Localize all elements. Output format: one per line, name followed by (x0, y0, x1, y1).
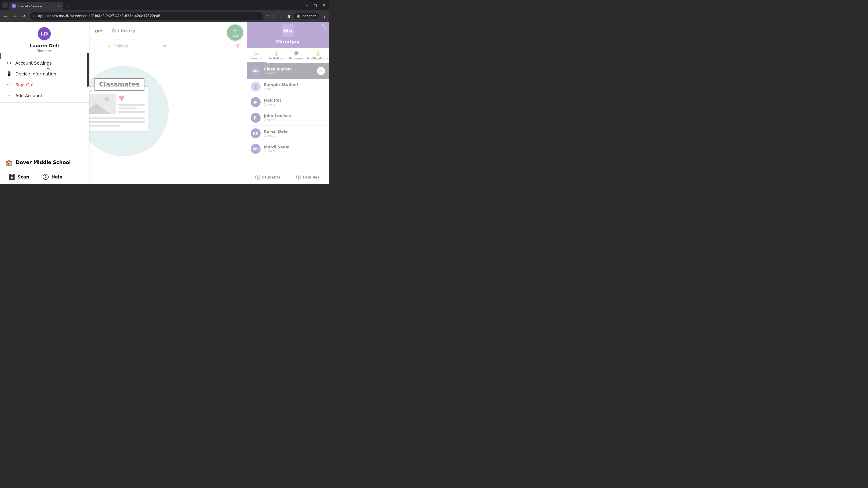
device-info-label: Device Information (16, 71, 56, 76)
address-bar[interactable]: ⚙ app.seesaw.me/#/class/class.e01bf4c2-9… (30, 12, 264, 20)
sign-out-label: Sign Out (16, 82, 34, 87)
new-tab-button[interactable]: + (66, 3, 69, 8)
profile-section: LD Lauren Deli Teacher (0, 22, 89, 56)
site-info-icon[interactable]: ⚙ (33, 14, 36, 18)
forward-button[interactable]: → (12, 13, 18, 19)
minimize-icon[interactable]: ─ (306, 3, 308, 7)
browser-tab[interactable]: S Journal - Seesaw × (9, 2, 63, 10)
tab-close-icon[interactable]: × (58, 4, 61, 8)
incognito-badge[interactable]: 🕵 Incognito (294, 13, 319, 19)
device-info-item[interactable]: 📱 Device Information (0, 68, 89, 79)
bookmark-star-icon[interactable]: ☆ (266, 14, 269, 18)
help-button[interactable]: ? Help (43, 174, 62, 180)
school-name: Dover Middle School (16, 160, 71, 165)
tab-favicon: S (12, 4, 16, 8)
browser-menu-icon[interactable]: ⋮ (323, 14, 327, 18)
scan-button[interactable]: Scan (9, 174, 29, 180)
help-icon: ? (43, 174, 49, 180)
qr-icon (9, 174, 15, 180)
app-viewport: ges 📚 Library › 📁 Folders ⌄ ⚙ ☰ 📅 Classm… (0, 22, 329, 184)
sign-out-item[interactable]: ↪ Sign Out (0, 79, 89, 90)
add-account-item[interactable]: + Add Account (0, 90, 89, 101)
extensions-icon[interactable]: ⬚ (273, 14, 276, 18)
account-settings-item[interactable]: ⚙ Account Settings (0, 58, 89, 68)
help-label: Help (51, 174, 62, 180)
tab-search-button[interactable]: ⌄ (2, 2, 8, 8)
profile-avatar[interactable]: LD (38, 27, 51, 40)
incognito-icon: 🕵 (297, 14, 301, 18)
tab-title: Journal - Seesaw (18, 4, 42, 8)
back-button[interactable]: ← (3, 13, 9, 19)
reload-button[interactable]: ⟳ (21, 13, 27, 19)
browser-toolbar: ← → ⟳ ⚙ app.seesaw.me/#/class/class.e01b… (0, 10, 329, 22)
gear-icon: ⚙ (6, 60, 12, 66)
browser-tab-strip: ⌄ S Journal - Seesaw × + ─ ▢ ✕ (0, 0, 329, 10)
add-account-label: Add Account (16, 93, 42, 98)
scrollbar-thumb[interactable] (0, 53, 1, 59)
window-controls: ─ ▢ ✕ (306, 3, 327, 7)
school-icon: 🏫 (5, 159, 13, 166)
mouse-cursor: ↖ (47, 66, 50, 71)
scrollbar-thumb[interactable] (87, 53, 89, 87)
side-panel-icon[interactable]: ◨ (287, 14, 290, 18)
reading-list-icon[interactable]: ☰ (280, 14, 283, 18)
maximize-icon[interactable]: ▢ (313, 3, 317, 7)
scan-label: Scan (18, 174, 29, 180)
school-section[interactable]: 🏫 Dover Middle School (0, 155, 89, 170)
account-panel: LD Lauren Deli Teacher ⚙ Account Setting… (0, 22, 89, 184)
account-menu: ⚙ Account Settings 📱 Device Information … (0, 56, 89, 103)
close-window-icon[interactable]: ✕ (322, 3, 326, 7)
account-settings-label: Account Settings (16, 61, 52, 66)
panel-footer: Scan ? Help (0, 170, 89, 184)
plus-icon: + (6, 93, 12, 98)
device-icon: 📱 (6, 71, 12, 76)
incognito-label: Incognito (302, 14, 316, 18)
profile-role: Teacher (0, 49, 89, 53)
url-text: app.seesaw.me/#/class/class.e01bf4c2-9a2… (38, 14, 160, 18)
profile-name: Lauren Deli (0, 43, 89, 48)
signout-icon: ↪ (6, 82, 12, 88)
